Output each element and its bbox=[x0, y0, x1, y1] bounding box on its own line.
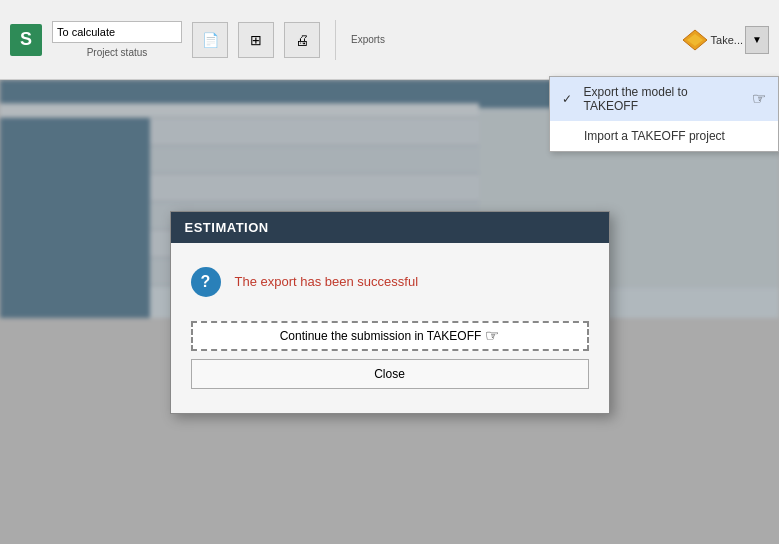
checkmark-icon: ✓ bbox=[562, 92, 576, 106]
export-model-menu-item[interactable]: ✓ Export the model to TAKEOFF ☞ bbox=[550, 77, 778, 121]
info-icon: ? bbox=[191, 267, 221, 297]
takeoff-dropdown-arrow[interactable]: ▼ bbox=[745, 26, 769, 54]
app-logo: S bbox=[10, 24, 42, 56]
modal-message-row: ? The export has been successful bbox=[191, 267, 589, 297]
question-mark: ? bbox=[201, 273, 211, 291]
icon-btn-2[interactable]: ⊞ bbox=[238, 22, 274, 58]
modal-title: ESTIMATION bbox=[185, 220, 269, 235]
separator-1 bbox=[335, 20, 336, 60]
calculate-input-group: Project status bbox=[52, 21, 182, 58]
takeoff-dropdown-menu: ✓ Export the model to TAKEOFF ☞ Import a… bbox=[549, 76, 779, 152]
cursor-icon-modal: ☞ bbox=[485, 326, 499, 345]
cursor-icon: ☞ bbox=[752, 89, 766, 108]
print-icon: 🖨 bbox=[295, 32, 309, 48]
takeoff-button-group[interactable]: Take... ▼ ✓ Export the model to TAKEOFF … bbox=[679, 26, 769, 54]
close-button[interactable]: Close bbox=[191, 359, 589, 389]
modal-success-message: The export has been successful bbox=[235, 274, 419, 289]
modal-body: ? The export has been successful Continu… bbox=[171, 243, 609, 413]
chevron-down-icon: ▼ bbox=[752, 34, 762, 45]
modal-title-bar: ESTIMATION bbox=[171, 212, 609, 243]
continue-submission-button[interactable]: Continue the submission in TAKEOFF ☞ bbox=[191, 321, 589, 351]
estimation-modal: ESTIMATION ? The export has been success… bbox=[170, 211, 610, 414]
continue-btn-label: Continue the submission in TAKEOFF bbox=[280, 329, 482, 343]
calculate-input[interactable] bbox=[52, 21, 182, 43]
exports-label: Exports bbox=[351, 34, 385, 45]
project-status-label: Project status bbox=[52, 47, 182, 58]
takeoff-diamond-icon bbox=[679, 26, 711, 54]
export-model-label: Export the model to TAKEOFF bbox=[584, 85, 740, 113]
import-project-menu-item[interactable]: Import a TAKEOFF project bbox=[550, 121, 778, 151]
grid-icon: ⊞ bbox=[250, 32, 262, 48]
icon-btn-1[interactable]: 📄 bbox=[192, 22, 228, 58]
icon-btn-3[interactable]: 🖨 bbox=[284, 22, 320, 58]
toolbar: S Project status 📄 ⊞ 🖨 Exports Take... ▼… bbox=[0, 0, 779, 80]
takeoff-label: Take... bbox=[711, 34, 743, 46]
document-icon: 📄 bbox=[202, 32, 219, 48]
import-project-label: Import a TAKEOFF project bbox=[584, 129, 725, 143]
close-btn-label: Close bbox=[374, 367, 405, 381]
